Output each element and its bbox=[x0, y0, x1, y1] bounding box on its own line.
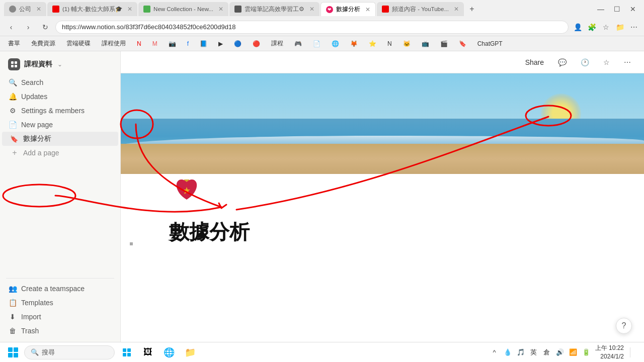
tab-close-youtube[interactable]: ✕ bbox=[454, 6, 459, 13]
add-page-button[interactable]: + Add a page bbox=[2, 146, 118, 160]
bookmark-github[interactable]: 🐱 bbox=[399, 39, 415, 48]
comment-button[interactable]: 💬 bbox=[553, 56, 572, 68]
templates-label: Templates bbox=[21, 299, 53, 307]
tab-daxue[interactable]: (1) 輔大-數位大師系🎓 ✕ bbox=[47, 2, 137, 16]
start-button[interactable] bbox=[4, 343, 22, 361]
back-button[interactable]: ‹ bbox=[4, 20, 18, 34]
content-toolbar: Share 💬 🕐 ☆ ⋯ bbox=[121, 51, 644, 73]
favorites-icon[interactable]: ☆ bbox=[600, 21, 612, 33]
refresh-button[interactable]: ↻ bbox=[38, 20, 52, 34]
tab-close-notes[interactable]: ✕ bbox=[309, 6, 314, 13]
svg-rect-1 bbox=[15, 61, 17, 64]
bookmark-line[interactable]: 📘 bbox=[196, 39, 211, 48]
tab-bar: 公司 ✕ (1) 輔大-數位大師系🎓 ✕ New Collection - Ne… bbox=[0, 0, 644, 18]
tray-battery[interactable]: 🔋 bbox=[581, 347, 591, 357]
bookmark-chatgpt[interactable]: ChatGPT bbox=[473, 39, 507, 48]
sidebar-item-teamspace[interactable]: 👥 Create a teamspace bbox=[2, 282, 118, 296]
tray-wifi[interactable]: 📶 bbox=[568, 347, 578, 357]
bookmark-discord[interactable]: 🔵 bbox=[230, 39, 246, 48]
tab-company[interactable]: 公司 ✕ bbox=[4, 2, 46, 16]
maximize-button[interactable]: ☐ bbox=[610, 2, 624, 16]
tab-close-daxue[interactable]: ✕ bbox=[127, 6, 132, 13]
url-bar[interactable]: https://www.notion.so/83f3f7d6ec80403485… bbox=[55, 21, 569, 34]
sidebar-item-import[interactable]: ⬇ Import bbox=[2, 310, 118, 324]
bookmark-fox[interactable]: 🦊 bbox=[346, 39, 362, 48]
favorite-icon: ☆ bbox=[603, 58, 610, 66]
bookmark-doc[interactable]: 📄 bbox=[309, 39, 325, 48]
sidebar-item-settings[interactable]: ⚙ Settings & members bbox=[2, 104, 118, 118]
tab-collection[interactable]: New Collection - New... ✕ bbox=[138, 2, 228, 16]
collections-icon[interactable]: 📁 bbox=[614, 21, 626, 33]
tab-favicon-company bbox=[9, 6, 16, 13]
sidebar-page-data-analysis[interactable]: 🔖 數據分析 bbox=[2, 132, 118, 146]
tray-ime-cangjie[interactable]: 倉 bbox=[542, 347, 552, 357]
svg-rect-12 bbox=[123, 353, 126, 356]
sidebar-item-new-page[interactable]: 📄 New page bbox=[2, 118, 118, 132]
new-tab-button[interactable]: + bbox=[465, 2, 479, 16]
bookmark-course[interactable]: 課程使用 bbox=[98, 38, 130, 49]
bookmark-bookmark[interactable]: 🔖 bbox=[455, 39, 470, 48]
page-big-icon[interactable] bbox=[169, 172, 204, 212]
bookmark-star[interactable]: ⭐ bbox=[365, 39, 380, 48]
bookmark-notion[interactable]: N bbox=[383, 39, 396, 48]
sidebar-item-updates[interactable]: 🔔 Updates bbox=[2, 89, 118, 104]
tab-label-collection: New Collection - New... bbox=[153, 6, 213, 12]
bookmark-movie[interactable]: 🎬 bbox=[436, 39, 452, 48]
forward-button[interactable]: › bbox=[21, 20, 35, 34]
share-button[interactable]: Share bbox=[520, 56, 549, 68]
taskbar-item-files[interactable] bbox=[117, 343, 137, 361]
tab-data-analysis[interactable]: ❤ 數據分析 ✕ bbox=[320, 2, 376, 16]
bookmark-play[interactable]: ▶ bbox=[214, 39, 227, 48]
bookmark-label: 免費資源 bbox=[31, 39, 55, 48]
tab-label-company: 公司 bbox=[19, 6, 31, 13]
tray-onedrive[interactable]: 💧 bbox=[503, 347, 513, 357]
bookmark-cloud[interactable]: 雲端硬碟 bbox=[62, 38, 95, 49]
tray-ime-en[interactable]: 英 bbox=[529, 347, 539, 357]
page-icon-area bbox=[121, 164, 644, 212]
close-button[interactable]: ✕ bbox=[626, 2, 640, 16]
tab-close-collection[interactable]: ✕ bbox=[218, 6, 223, 13]
bookmark-gmail[interactable]: M bbox=[148, 39, 162, 48]
help-button[interactable]: ? bbox=[616, 318, 632, 334]
taskbar-item-edge[interactable]: 🌐 bbox=[159, 343, 179, 361]
workspace-header[interactable]: 課程資料 ⌄ bbox=[2, 55, 118, 73]
tab-close-company[interactable]: ✕ bbox=[36, 6, 41, 13]
profile-icon[interactable]: 👤 bbox=[572, 21, 584, 33]
tray-volume[interactable]: 🔊 bbox=[555, 347, 565, 357]
bookmark-photo[interactable]: 📷 bbox=[165, 39, 180, 48]
bookmark-netflix[interactable]: N bbox=[133, 39, 145, 48]
tray-caret[interactable]: ^ bbox=[490, 347, 500, 357]
tab-favicon-data: ❤ bbox=[326, 6, 333, 13]
history-button[interactable]: 🕐 bbox=[576, 56, 594, 68]
tab-youtube[interactable]: 頻道內容 - YouTube... ✕ bbox=[377, 2, 464, 16]
tray-audio[interactable]: 🎵 bbox=[516, 347, 526, 357]
more-button[interactable]: ⋯ bbox=[619, 56, 636, 68]
bookmark-fb[interactable]: f bbox=[183, 39, 193, 48]
sidebar-item-templates[interactable]: 📋 Templates bbox=[2, 296, 118, 310]
taskbar-search[interactable]: 🔍 搜尋 bbox=[24, 345, 115, 359]
tab-label-data: 數據分析 bbox=[336, 6, 360, 13]
show-desktop[interactable] bbox=[630, 347, 640, 357]
minimize-button[interactable]: — bbox=[594, 2, 608, 16]
teamspace-icon: 👥 bbox=[8, 284, 17, 293]
bookmark-course2[interactable]: 課程 bbox=[267, 38, 287, 49]
bookmark-web[interactable]: 🌐 bbox=[328, 39, 343, 48]
favorite-button[interactable]: ☆ bbox=[598, 56, 615, 68]
bookmark-free[interactable]: 免費資源 bbox=[27, 38, 59, 49]
sidebar-item-search[interactable]: 🔍 Search bbox=[2, 75, 118, 89]
settings-icon[interactable]: ⋯ bbox=[628, 21, 640, 33]
taskbar-item-media[interactable]: 🖼 bbox=[138, 343, 158, 361]
taskbar-item-explorer[interactable]: 📁 bbox=[180, 343, 200, 361]
system-tray: ^ 💧 🎵 英 倉 🔊 📶 🔋 bbox=[490, 347, 591, 357]
sidebar-item-trash[interactable]: 🗑 Trash bbox=[2, 324, 118, 338]
bookmark-yt-red[interactable]: 🔴 bbox=[249, 39, 264, 48]
extension-icon[interactable]: 🧩 bbox=[586, 21, 598, 33]
bookmark-game[interactable]: 🎮 bbox=[290, 39, 306, 48]
tab-close-data[interactable]: ✕ bbox=[365, 6, 370, 13]
bookmark-shūdan[interactable]: 書單 bbox=[4, 38, 24, 49]
templates-icon: 📋 bbox=[8, 298, 17, 307]
tab-notes[interactable]: 雲端筆記高效學習工⚙ ✕ bbox=[229, 2, 319, 16]
bookmark-youtube2[interactable]: 📺 bbox=[418, 39, 433, 48]
svg-rect-11 bbox=[127, 348, 131, 352]
clock[interactable]: 上午 10:22 2024/1/2 bbox=[595, 344, 624, 361]
